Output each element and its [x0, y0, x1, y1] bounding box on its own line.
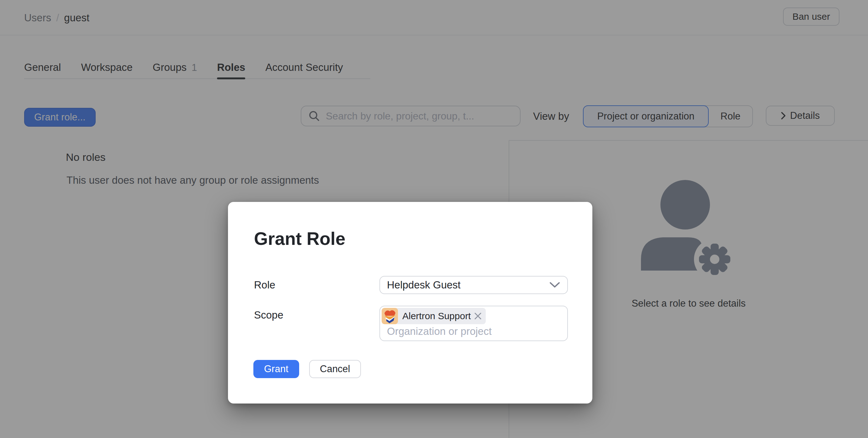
cancel-button[interactable]: Cancel [309, 360, 361, 378]
scope-input[interactable]: Alertron Support Organization or project [379, 306, 568, 341]
dialog-title: Grant Role [254, 228, 345, 249]
user-roles-page: Users / guest Ban user General Workspace… [0, 0, 868, 438]
remove-scope-tag-button[interactable] [474, 312, 486, 320]
scope-input-placeholder: Organization or project [387, 325, 492, 337]
role-select[interactable]: Helpdesk Guest [379, 276, 568, 294]
alertron-support-logo-icon [382, 308, 398, 324]
scope-tag: Alertron Support [382, 308, 486, 324]
scope-field-label: Scope [254, 309, 283, 321]
role-select-value: Helpdesk Guest [387, 279, 549, 291]
grant-role-dialog: Grant Role Role Helpdesk Guest Scope Ale… [228, 202, 592, 404]
role-field-label: Role [254, 279, 275, 291]
chevron-down-icon [549, 282, 560, 288]
scope-tag-label: Alertron Support [398, 311, 474, 321]
close-icon [474, 312, 482, 320]
grant-button[interactable]: Grant [253, 360, 299, 378]
